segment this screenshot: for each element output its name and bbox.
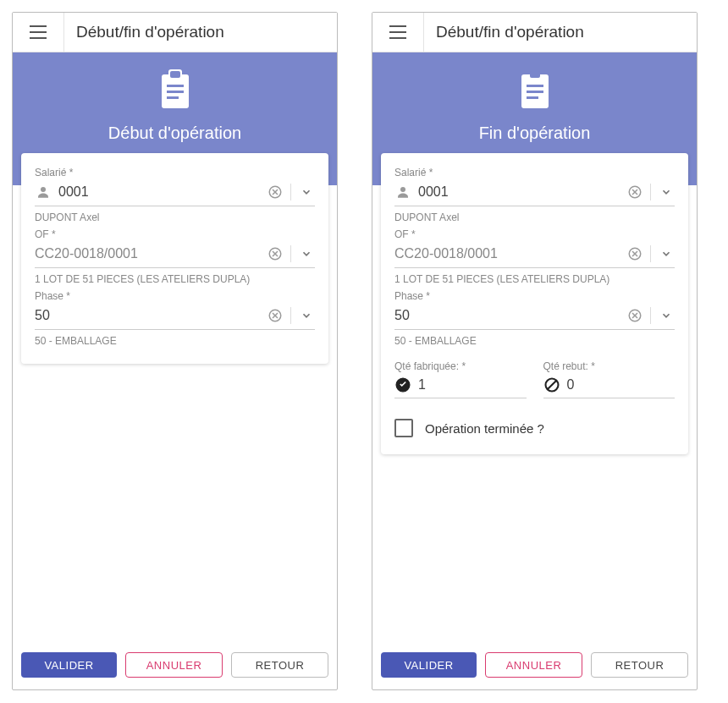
phase-value: 50 bbox=[35, 308, 260, 323]
separator bbox=[650, 307, 651, 324]
finished-checkbox[interactable] bbox=[394, 419, 413, 437]
svg-rect-20 bbox=[527, 96, 538, 99]
separator bbox=[290, 245, 291, 262]
quantities-row: Qté fabriquée: * 1 Qté rebut: * 0 bbox=[394, 355, 675, 398]
of-label: OF * bbox=[394, 228, 675, 240]
clipboard-icon bbox=[158, 69, 192, 110]
phase-helper: 50 - EMBALLAGE bbox=[394, 335, 675, 347]
svg-rect-21 bbox=[530, 71, 540, 78]
salarie-value: 0001 bbox=[58, 184, 260, 200]
clear-icon[interactable] bbox=[267, 307, 284, 324]
salarie-helper: DUPONT Axel bbox=[35, 211, 315, 223]
screen-start-operation: Début/fin d'opération Début d'opération … bbox=[12, 12, 338, 690]
svg-rect-9 bbox=[170, 71, 180, 78]
phase-label: Phase * bbox=[35, 290, 315, 302]
phase-label: Phase * bbox=[394, 290, 675, 302]
phase-field[interactable]: 50 bbox=[394, 302, 675, 330]
chevron-down-icon[interactable] bbox=[658, 307, 675, 324]
menu-button[interactable] bbox=[372, 13, 424, 52]
validate-button[interactable]: VALIDER bbox=[381, 652, 477, 678]
salarie-helper: DUPONT Axel bbox=[394, 211, 675, 223]
qty-made-label: Qté fabriquée: * bbox=[394, 360, 527, 372]
qty-scrap-value: 0 bbox=[567, 377, 676, 393]
phase-field[interactable]: 50 bbox=[35, 302, 315, 330]
footer-buttons: VALIDER ANNULER RETOUR bbox=[21, 652, 328, 678]
qty-scrap-label: Qté rebut: * bbox=[543, 360, 676, 372]
clear-icon[interactable] bbox=[626, 184, 643, 200]
qty-made-field[interactable]: 1 bbox=[394, 372, 527, 398]
check-circle-icon bbox=[394, 376, 411, 393]
hamburger-icon bbox=[389, 25, 406, 39]
svg-point-10 bbox=[41, 187, 46, 192]
separator bbox=[650, 245, 651, 262]
chevron-down-icon[interactable] bbox=[298, 307, 315, 324]
app-bar: Début/fin d'opération bbox=[372, 13, 697, 52]
back-button[interactable]: RETOUR bbox=[591, 652, 688, 678]
of-field[interactable]: CC20-0018/0001 bbox=[35, 240, 315, 268]
screen-end-operation: Début/fin d'opération Fin d'opération Sa… bbox=[372, 12, 698, 690]
app-title: Début/fin d'opération bbox=[424, 23, 584, 41]
clipboard-icon bbox=[518, 69, 552, 110]
hero-title: Fin d'opération bbox=[372, 124, 697, 143]
form-card: Salarié * 0001 DUPONT Axel OF * CC20-001… bbox=[21, 153, 328, 364]
svg-rect-7 bbox=[167, 91, 184, 93]
person-icon bbox=[35, 184, 52, 200]
of-helper: 1 LOT DE 51 PIECES (LES ATELIERS DUPLA) bbox=[35, 273, 315, 285]
clear-icon[interactable] bbox=[267, 184, 284, 200]
chevron-down-icon[interactable] bbox=[298, 184, 315, 200]
finished-label: Opération terminée ? bbox=[425, 421, 544, 436]
chevron-down-icon[interactable] bbox=[298, 245, 315, 262]
cancel-button[interactable]: ANNULER bbox=[485, 652, 582, 678]
phase-helper: 50 - EMBALLAGE bbox=[35, 335, 315, 347]
of-value: CC20-0018/0001 bbox=[35, 246, 260, 261]
of-label: OF * bbox=[35, 228, 315, 240]
block-icon bbox=[543, 376, 560, 393]
validate-button[interactable]: VALIDER bbox=[21, 652, 117, 678]
menu-button[interactable] bbox=[13, 13, 64, 52]
svg-rect-16 bbox=[389, 37, 406, 39]
salarie-value: 0001 bbox=[418, 184, 620, 200]
salarie-field[interactable]: 0001 bbox=[394, 178, 675, 206]
finished-row[interactable]: Opération terminée ? bbox=[394, 419, 675, 437]
svg-rect-15 bbox=[389, 31, 406, 33]
clear-icon[interactable] bbox=[626, 307, 643, 324]
phase-value: 50 bbox=[394, 308, 620, 323]
form-card: Salarié * 0001 DUPONT Axel OF * CC20-001… bbox=[381, 153, 688, 454]
cancel-button[interactable]: ANNULER bbox=[125, 652, 223, 678]
hamburger-icon bbox=[30, 25, 47, 39]
chevron-down-icon[interactable] bbox=[658, 245, 675, 262]
clear-icon[interactable] bbox=[626, 245, 643, 262]
salarie-label: Salarié * bbox=[394, 167, 675, 178]
person-icon bbox=[394, 184, 411, 200]
salarie-field[interactable]: 0001 bbox=[35, 178, 315, 206]
separator bbox=[290, 307, 291, 324]
svg-rect-6 bbox=[167, 85, 184, 87]
of-helper: 1 LOT DE 51 PIECES (LES ATELIERS DUPLA) bbox=[394, 273, 675, 285]
svg-rect-19 bbox=[527, 91, 543, 93]
clear-icon[interactable] bbox=[267, 245, 284, 262]
footer-buttons: VALIDER ANNULER RETOUR bbox=[381, 652, 688, 678]
back-button[interactable]: RETOUR bbox=[231, 652, 328, 678]
svg-rect-8 bbox=[167, 96, 179, 99]
separator bbox=[650, 184, 651, 200]
svg-rect-18 bbox=[527, 85, 543, 87]
qty-made-value: 1 bbox=[418, 377, 527, 393]
svg-rect-0 bbox=[30, 25, 47, 27]
svg-rect-2 bbox=[30, 37, 47, 39]
svg-line-29 bbox=[547, 380, 557, 390]
app-bar: Début/fin d'opération bbox=[13, 13, 337, 52]
app-title: Début/fin d'opération bbox=[64, 23, 224, 41]
svg-point-22 bbox=[400, 187, 405, 192]
chevron-down-icon[interactable] bbox=[658, 184, 675, 200]
hero-title: Début d'opération bbox=[13, 124, 337, 143]
svg-rect-14 bbox=[389, 25, 406, 27]
of-value: CC20-0018/0001 bbox=[394, 246, 620, 261]
qty-scrap-field[interactable]: 0 bbox=[543, 372, 676, 398]
svg-rect-1 bbox=[30, 31, 47, 33]
salarie-label: Salarié * bbox=[35, 167, 315, 178]
of-field[interactable]: CC20-0018/0001 bbox=[394, 240, 675, 268]
separator bbox=[290, 184, 291, 200]
